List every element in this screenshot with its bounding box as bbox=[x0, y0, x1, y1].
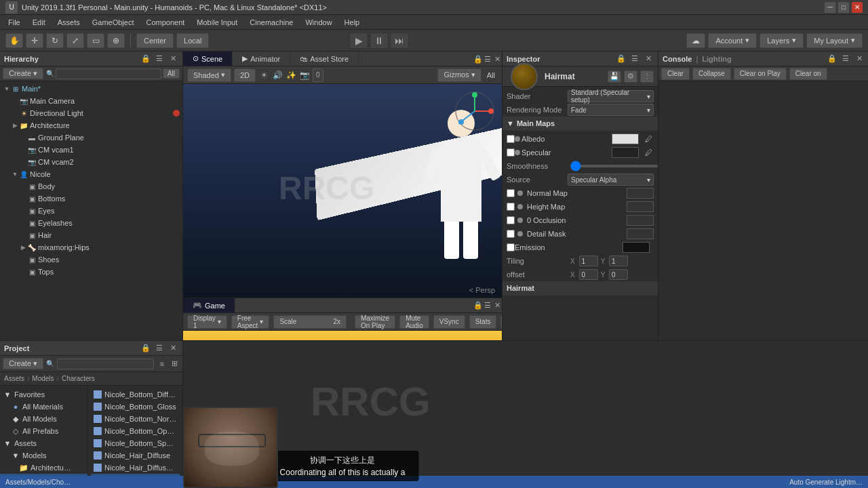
maximize-button[interactable]: □ bbox=[838, 2, 849, 13]
rendering-mode-dropdown[interactable]: Fade ▾ bbox=[568, 104, 654, 116]
hierarchy-item-ground-plane[interactable]: ▶ ▬ Ground Plane bbox=[0, 131, 182, 144]
offset-x-value[interactable] bbox=[579, 269, 598, 280]
breadcrumb-characters[interactable]: Characters bbox=[62, 375, 95, 382]
emission-checkbox[interactable] bbox=[507, 243, 515, 251]
hips-arrow-icon[interactable]: ▶ bbox=[19, 244, 27, 251]
architecture-arrow-icon[interactable]: ▶ bbox=[11, 122, 19, 129]
2d-button[interactable]: 2D bbox=[234, 68, 256, 82]
hair-arrow-icon[interactable]: ▶ bbox=[19, 232, 27, 239]
hairmat-bottom-section[interactable]: Hairmat bbox=[502, 281, 658, 296]
hierarchy-item-vcam1[interactable]: ▶ 📷 CM vcam1 bbox=[0, 144, 182, 156]
minimize-button[interactable]: ─ bbox=[825, 2, 835, 13]
project-close-icon[interactable]: ✕ bbox=[167, 343, 178, 354]
file-nicole-hair-diffuse-opac[interactable]: Nicole_Hair_Diffuse_Opac bbox=[91, 462, 180, 474]
shading-mode-dropdown[interactable]: Shaded ▾ bbox=[187, 68, 231, 82]
project-grid-view-icon[interactable]: ⊞ bbox=[169, 359, 180, 369]
hierarchy-item-vcam2[interactable]: ▶ 📷 CM vcam2 bbox=[0, 156, 182, 168]
proj-tree-all-models[interactable]: ◆ All Models bbox=[0, 413, 87, 425]
tab-animator[interactable]: ▶ Animator bbox=[233, 52, 290, 66]
main-maps-section[interactable]: ▼ Main Maps bbox=[502, 117, 658, 131]
project-lock-icon[interactable]: 🔒 bbox=[140, 343, 151, 354]
pause-button[interactable]: ⏸ bbox=[370, 33, 389, 49]
game-lock-icon[interactable]: 🔒 bbox=[473, 298, 483, 312]
hierarchy-item-main-camera[interactable]: ▶ 📷 Main Camera bbox=[0, 95, 182, 107]
hierarchy-create-button[interactable]: Create ▾ bbox=[3, 68, 43, 79]
lighting-toggle-icon[interactable]: ☀ bbox=[258, 70, 269, 81]
albedo-eyedropper-icon[interactable]: 🖊 bbox=[643, 134, 654, 144]
proj-tree-architecture[interactable]: 📁 Architectu… bbox=[0, 462, 87, 474]
menu-help[interactable]: Help bbox=[339, 17, 366, 28]
detail-mask-thumb[interactable] bbox=[627, 228, 654, 239]
proj-tree-all-prefabs[interactable]: ◇ All Prefabs bbox=[0, 425, 87, 437]
cloud-button[interactable]: ☁ bbox=[686, 33, 705, 48]
hierarchy-all-button[interactable]: All bbox=[163, 68, 180, 79]
audio-toggle-icon[interactable]: 🔊 bbox=[272, 70, 283, 81]
main-arrow-icon[interactable]: ▼ bbox=[3, 85, 11, 92]
hierarchy-item-tops[interactable]: ▶ ▣ Tops bbox=[0, 266, 182, 278]
proj-tree-all-materials[interactable]: ● All Materials bbox=[0, 401, 87, 413]
source-dropdown[interactable]: Specular Alpha ▾ bbox=[568, 174, 654, 186]
fx-toggle-icon[interactable]: ✨ bbox=[285, 70, 296, 81]
console-menu-icon[interactable]: ☰ bbox=[841, 54, 850, 63]
offset-y-value[interactable] bbox=[609, 269, 628, 280]
breadcrumb-models[interactable]: Models bbox=[32, 375, 54, 382]
inspector-close-icon[interactable]: ✕ bbox=[643, 54, 654, 64]
vsync-button[interactable]: VSync bbox=[433, 315, 465, 329]
scene-lock-icon[interactable]: 🔒 bbox=[473, 52, 483, 66]
inspector-more-icon[interactable]: ⋮ bbox=[640, 70, 654, 83]
lighting-tab[interactable]: Lighting bbox=[702, 55, 731, 63]
layers-button[interactable]: Layers ▾ bbox=[760, 33, 804, 48]
tops-arrow-icon[interactable]: ▶ bbox=[19, 268, 27, 275]
clear-on-button[interactable]: Clear on bbox=[789, 68, 827, 80]
light-arrow-icon[interactable]: ▶ bbox=[11, 110, 19, 117]
console-tab[interactable]: Console bbox=[663, 55, 692, 63]
vcam1-arrow-icon[interactable]: ▶ bbox=[19, 146, 27, 153]
vcam2-arrow-icon[interactable]: ▶ bbox=[19, 159, 27, 165]
tiling-x-value[interactable] bbox=[579, 256, 598, 266]
collapse-button[interactable]: Collapse bbox=[692, 68, 731, 80]
toolbar-transform-tool[interactable]: ⊕ bbox=[107, 33, 125, 48]
toolbar-rotate-tool[interactable]: ↻ bbox=[46, 33, 64, 48]
project-create-button[interactable]: Create ▾ bbox=[3, 358, 43, 369]
hierarchy-item-architecture[interactable]: ▶ 📁 Architecture bbox=[0, 119, 182, 131]
file-nicole-hair-diffuse[interactable]: Nicole_Hair_Diffuse bbox=[91, 449, 180, 462]
hierarchy-item-body[interactable]: ▶ ▣ Body bbox=[0, 180, 182, 192]
account-button[interactable]: Account ▾ bbox=[708, 33, 757, 48]
eyelashes-arrow-icon[interactable]: ▶ bbox=[19, 220, 27, 226]
scene-menu-icon[interactable]: ☰ bbox=[483, 52, 492, 66]
scale-slider[interactable] bbox=[301, 321, 328, 323]
clear-button[interactable]: Clear bbox=[661, 68, 690, 80]
inspector-lock-icon[interactable]: 🔒 bbox=[616, 54, 627, 64]
hierarchy-item-eyelashes[interactable]: ▶ ▣ Eyelashes bbox=[0, 217, 182, 229]
aspect-dropdown[interactable]: Free Aspect ▾ bbox=[231, 315, 270, 329]
rendering-mode-dropdown-control[interactable]: Fade ▾ bbox=[568, 104, 654, 116]
display-dropdown[interactable]: Display 1 ▾ bbox=[187, 315, 227, 329]
scene-close-icon[interactable]: ✕ bbox=[492, 52, 502, 66]
nicole-arrow-icon[interactable]: ▼ bbox=[11, 171, 19, 178]
center-button[interactable]: Center bbox=[136, 33, 174, 48]
proj-tree-favorites[interactable]: ▼ Favorites bbox=[0, 388, 87, 401]
scene-viewport[interactable]: < Persp RRCG bbox=[183, 84, 502, 298]
file-nicole-bottom-diffuse[interactable]: Nicole_Bottom_Diffuse bbox=[91, 388, 180, 401]
emission-color-box[interactable] bbox=[623, 242, 650, 253]
hierarchy-item-hair[interactable]: ▶ ▣ Hair bbox=[0, 229, 182, 241]
occlusion-map-thumb[interactable] bbox=[627, 215, 654, 226]
eyes-arrow-icon[interactable]: ▶ bbox=[19, 207, 27, 214]
menu-cinemachine[interactable]: Cinemachine bbox=[244, 17, 298, 28]
specular-checkbox[interactable] bbox=[507, 148, 515, 157]
file-nicole-bottom-opacity[interactable]: Nicole_Bottom_Opacity bbox=[91, 425, 180, 437]
albedo-color-box[interactable] bbox=[612, 134, 639, 144]
tab-game[interactable]: 🎮 Game bbox=[183, 298, 235, 312]
source-dropdown-control[interactable]: Specular Alpha ▾ bbox=[568, 174, 654, 186]
file-nicole-bottom-gloss[interactable]: Nicole_Bottom_Gloss bbox=[91, 401, 180, 413]
menu-window[interactable]: Window bbox=[300, 17, 337, 28]
menu-component[interactable]: Component bbox=[140, 17, 190, 28]
close-button[interactable]: ✕ bbox=[852, 2, 863, 13]
toolbar-move-tool[interactable]: ✛ bbox=[26, 33, 43, 48]
shader-dropdown-control[interactable]: Standard (Specular setup) ▾ bbox=[568, 90, 654, 102]
hierarchy-menu-icon[interactable]: ☰ bbox=[154, 54, 165, 64]
mute-audio-button[interactable]: Mute Audio bbox=[399, 315, 429, 329]
specular-eyedropper-icon[interactable]: 🖊 bbox=[643, 147, 654, 158]
file-nicole-bottom-specular[interactable]: Nicole_Bottom_Specular bbox=[91, 437, 180, 449]
shoes-arrow-icon[interactable]: ▶ bbox=[19, 256, 27, 263]
